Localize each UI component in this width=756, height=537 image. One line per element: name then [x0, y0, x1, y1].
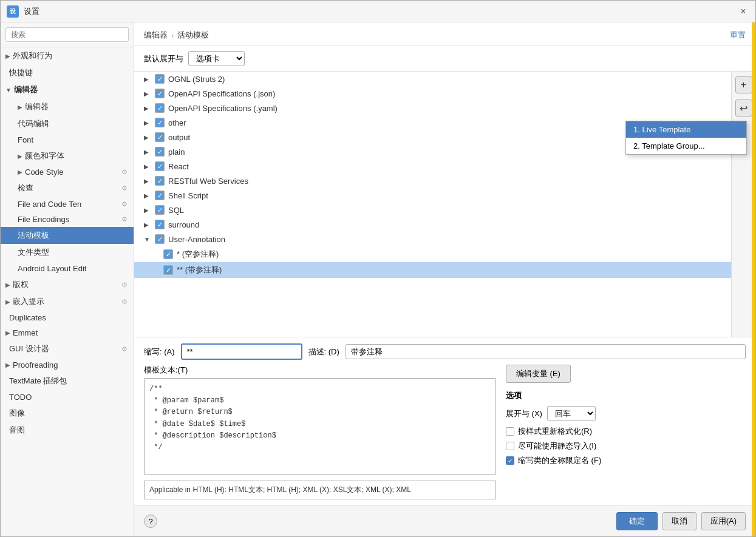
checkbox-openapi-yaml[interactable] [155, 103, 165, 113]
help-button[interactable]: ? [144, 515, 157, 528]
sidebar-item-code-style[interactable]: ▶ Code Style ⚙ [1, 164, 134, 180]
desc-input[interactable] [346, 344, 746, 359]
list-item-surround[interactable]: ▶ surround [134, 217, 731, 232]
option1-label: 按样式重新格式化(R) [518, 426, 592, 437]
sidebar-item-images[interactable]: 图像 [1, 405, 134, 422]
breadcrumb-parent: 编辑器 [144, 30, 168, 41]
arrow-right-icon5: ▶ [5, 282, 10, 288]
expand-arrow-icon11: ▶ [144, 221, 151, 228]
edit-vars-button[interactable]: 编辑变量 (E) [506, 365, 571, 383]
template-textarea[interactable]: /** * @param $param$ * @return $return$ … [144, 378, 496, 475]
sidebar-item-copyright[interactable]: ▶ 版权 ⚙ [1, 276, 134, 293]
list-item-sql[interactable]: ▶ SQL [134, 203, 731, 217]
list-item-shell[interactable]: ▶ Shell Script [134, 188, 731, 203]
list-item-user-annotation[interactable]: ▼ User-Annotation [134, 232, 731, 246]
list-item-react[interactable]: ▶ React [134, 159, 731, 174]
search-input[interactable] [5, 27, 129, 42]
checkbox-output[interactable] [155, 132, 165, 142]
list-label-openapi-yaml: OpenAPI Specifications (.yaml) [168, 104, 278, 113]
checkbox-qualified-name[interactable] [506, 456, 514, 465]
sidebar-search-area [1, 22, 134, 47]
copyright-icon: ⚙ [121, 281, 128, 289]
list-item-empty-comment[interactable]: * (空参注释) [134, 246, 731, 262]
checkbox-ognl[interactable] [155, 74, 165, 84]
sidebar-item-appearance[interactable]: ▶ 外观和行为 [1, 47, 134, 64]
sidebar-item-font[interactable]: Font [1, 132, 134, 147]
add-button[interactable]: + [735, 76, 752, 93]
undo-button[interactable]: ↩ [735, 100, 752, 117]
sidebar-item-shortcuts[interactable]: 快捷键 [1, 64, 134, 81]
default-expand-select[interactable]: 选项卡 回车 空格 [188, 51, 245, 66]
checkbox-user-annotation[interactable] [155, 234, 165, 244]
checkbox-plain[interactable] [155, 147, 165, 157]
apply-button[interactable]: 应用(A) [701, 512, 746, 530]
breadcrumb-current: 活动模板 [177, 30, 209, 41]
right-options: 编辑变量 (E) 选项 展开与 (X) 回车 选项卡 空格 [506, 365, 746, 499]
sidebar-item-duplicates[interactable]: Duplicates [1, 310, 134, 325]
checkbox-restful[interactable] [155, 176, 165, 186]
file-code-icon: ⚙ [121, 200, 128, 208]
sidebar-item-editor-group[interactable]: ▼ 编辑器 [1, 81, 134, 98]
option-row-1: 按样式重新格式化(R) [506, 426, 746, 437]
sidebar: ▶ 外观和行为 快捷键 ▼ 编辑器 ▶ 编辑器 代码编辑 Font ▶ [1, 22, 134, 536]
expand-arrow-icon10: ▶ [144, 207, 151, 214]
dropdown-item-live-template[interactable]: 1. Live Template [626, 121, 746, 138]
sidebar-item-editor[interactable]: ▶ 编辑器 [1, 98, 134, 115]
settings-window: 设 设置 × ▶ 外观和行为 快捷键 ▼ 编辑器 ▶ 编辑器 [0, 0, 756, 537]
list-label-empty-comment: * (空参注释) [177, 249, 219, 260]
sidebar-item-inspect[interactable]: 检查 ⚙ [1, 180, 134, 197]
abbr-input[interactable] [181, 343, 302, 360]
checkbox-static-import[interactable] [506, 442, 514, 450]
list-item-openapi-json[interactable]: ▶ OpenAPI Specifications (.json) [134, 86, 731, 101]
sidebar-item-audio[interactable]: 音图 [1, 422, 134, 439]
checkbox-react[interactable] [155, 161, 165, 171]
sidebar-item-code-edit[interactable]: 代码编辑 [1, 115, 134, 132]
sidebar-item-file-encodings[interactable]: File Encodings ⚙ [1, 212, 134, 227]
sidebar-item-textmate[interactable]: TextMate 插绑包 [1, 373, 134, 390]
abbreviation-row: 缩写: (A) 描述: (D) [144, 343, 746, 360]
dropdown-item-template-group[interactable]: 2. Template Group... [626, 138, 746, 154]
arrow-right-icon3: ▶ [18, 153, 22, 160]
list-item-openapi-yaml[interactable]: ▶ OpenAPI Specifications (.yaml) [134, 101, 731, 115]
checkbox-param-comment[interactable] [163, 265, 173, 275]
list-item-restful[interactable]: ▶ RESTful Web Services [134, 174, 731, 188]
expand-with-select[interactable]: 回车 选项卡 空格 [547, 406, 596, 421]
sidebar-item-proofreading[interactable]: ▶ Proofreading [1, 357, 134, 373]
checkbox-sql[interactable] [155, 205, 165, 215]
option-row-2: 尽可能使用静态导入(I) [506, 441, 746, 451]
sidebar-item-live-templates[interactable]: 活动模板 [1, 227, 134, 244]
option-row-3: 缩写类的全称限定名 (F) [506, 455, 746, 466]
cancel-button[interactable]: 取消 [662, 512, 696, 530]
sidebar-item-todo[interactable]: TODO [1, 390, 134, 405]
expand-with-label: 展开与 (X) [506, 408, 542, 419]
close-button[interactable]: × [737, 5, 749, 18]
list-item-ognl[interactable]: ▶ OGNL (Struts 2) [134, 72, 731, 86]
sidebar-item-color-font[interactable]: ▶ 颜色和字体 [1, 147, 134, 164]
sidebar-item-gui-designer[interactable]: GUI 设计器 ⚙ [1, 340, 134, 357]
bottom-panel: 缩写: (A) 描述: (D) 模板文本:(T) /** * @param $p… [134, 337, 755, 505]
default-expand-row: 默认展开与 选项卡 回车 空格 [134, 46, 755, 72]
checkbox-other[interactable] [155, 118, 165, 127]
app-icon: 设 [7, 5, 19, 18]
list-item-param-comment[interactable]: ** (带参注释) [134, 262, 731, 278]
options-section: 选项 展开与 (X) 回车 选项卡 空格 [506, 390, 746, 466]
checkbox-surround[interactable] [155, 220, 165, 229]
options-label: 选项 [506, 390, 746, 401]
sidebar-item-android-layout[interactable]: Android Layout Edit [1, 261, 134, 276]
arrow-right-icon2: ▶ [18, 104, 22, 110]
checkbox-reformat[interactable] [506, 427, 514, 436]
checkbox-shell[interactable] [155, 191, 165, 200]
sidebar-item-emmet[interactable]: ▶ Emmet [1, 325, 134, 340]
sidebar-item-file-types[interactable]: 文件类型 [1, 244, 134, 261]
default-expand-label: 默认展开与 [144, 53, 183, 64]
template-text-area: 模板文本:(T) /** * @param $param$ * @return … [144, 365, 496, 499]
template-text-label: 模板文本:(T) [144, 365, 496, 376]
reset-button[interactable]: 重置 [730, 30, 746, 41]
expand-arrow-icon9: ▶ [144, 192, 151, 199]
sidebar-item-inlay-hints[interactable]: ▶ 嵌入提示 ⚙ [1, 293, 134, 310]
checkbox-openapi-json[interactable] [155, 89, 165, 98]
main-header: 编辑器 › 活动模板 重置 [134, 22, 755, 46]
ok-button[interactable]: 确定 [616, 512, 658, 530]
checkbox-empty-comment[interactable] [163, 249, 173, 259]
sidebar-item-file-code-ten[interactable]: File and Code Ten ⚙ [1, 197, 134, 212]
